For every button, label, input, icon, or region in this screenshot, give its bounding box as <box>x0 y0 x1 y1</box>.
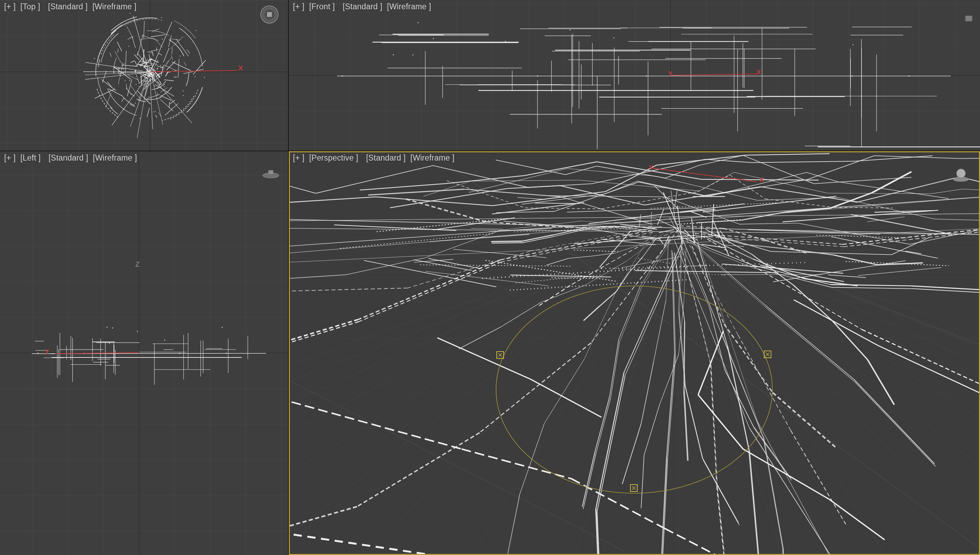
viewport-top[interactable]: [+ ] [Top ] [Standard ] [Wireframe ] X <box>0 0 288 151</box>
viewcube-icon[interactable] <box>964 14 975 25</box>
z-axis-label: Z <box>135 260 140 268</box>
viewport-pov-menu[interactable]: [Perspective ] <box>309 153 358 162</box>
viewport-general-menu[interactable]: [+ ] <box>293 2 304 11</box>
viewcube-icon[interactable] <box>258 3 281 27</box>
front-view-canvas[interactable] <box>289 0 980 151</box>
viewport-shading-menu[interactable]: [Wireframe ] <box>92 2 136 11</box>
viewport-renderer-menu[interactable]: [Standard ] <box>49 153 88 162</box>
viewport-shading-menu[interactable]: [Wireframe ] <box>411 153 455 162</box>
viewport-general-menu[interactable]: [+ ] <box>4 153 16 162</box>
viewport-label-bar: [+ ] [Front ] [Standard ] [Wireframe ] <box>293 2 433 11</box>
y-axis-label: Y <box>668 70 672 78</box>
x-axis-label: X <box>757 68 761 76</box>
viewport-left[interactable]: [+ ] [Left ] [Standard ] [Wireframe ] Y … <box>0 151 288 555</box>
top-view-canvas[interactable] <box>0 0 288 151</box>
viewport-label-bar: [+ ] [Left ] [Standard ] [Wireframe ] <box>4 153 139 163</box>
viewport-label-bar: [+ ] [Perspective ] [Standard ] [Wirefra… <box>293 153 457 163</box>
y-axis-label: Y <box>45 348 50 356</box>
viewport-renderer-menu[interactable]: [Standard ] <box>48 2 88 11</box>
viewcube-icon[interactable] <box>951 167 971 184</box>
viewport-shading-menu[interactable]: [Wireframe ] <box>93 153 137 162</box>
perspective-view-canvas[interactable] <box>289 151 980 555</box>
x-axis-label: X <box>238 64 243 72</box>
y-axis-label: Y <box>649 164 653 172</box>
viewport-pov-menu[interactable]: [Front ] <box>309 2 335 11</box>
x-axis-label: X <box>759 176 764 184</box>
viewport-pov-menu[interactable]: [Top ] <box>20 2 40 11</box>
viewport-general-menu[interactable]: [+ ] <box>4 2 16 11</box>
viewport-label-bar: [+ ] [Top ] [Standard ] [Wireframe ] <box>4 2 139 11</box>
viewport-general-menu[interactable]: [+ ] <box>293 153 304 162</box>
viewport-area: [+ ] [Top ] [Standard ] [Wireframe ] X [… <box>0 0 980 555</box>
viewport-renderer-menu[interactable]: [Standard ] <box>366 153 406 162</box>
viewport-renderer-menu[interactable]: [Standard ] <box>343 2 382 11</box>
viewcube-icon[interactable] <box>261 167 281 182</box>
viewport-front[interactable]: [+ ] [Front ] [Standard ] [Wireframe ] Y… <box>289 0 980 151</box>
viewport-perspective[interactable]: [+ ] [Perspective ] [Standard ] [Wirefra… <box>289 151 980 555</box>
viewport-shading-menu[interactable]: [Wireframe ] <box>387 2 431 11</box>
viewport-pov-menu[interactable]: [Left ] <box>20 153 41 162</box>
left-view-canvas[interactable] <box>0 151 288 555</box>
